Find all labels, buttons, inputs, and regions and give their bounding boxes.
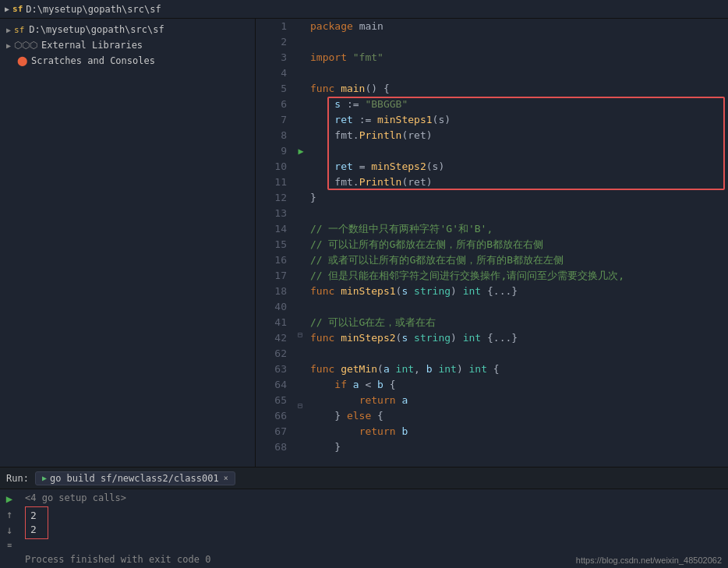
tree-expand-icon: ▶ bbox=[6, 26, 11, 34]
code-line-41: // 可以让G在左，或者在右 bbox=[310, 315, 728, 330]
code-line-6: s := "BBGGB" bbox=[310, 97, 728, 112]
code-line-1: package main bbox=[310, 19, 728, 34]
code-line-13 bbox=[310, 206, 728, 221]
code-line-14: // 一个数组中只有两种字符'G'和'B', bbox=[310, 221, 728, 237]
run-content: ▶ ↑ ↓ ≡ <4 go setup calls> 2 2 Process f… bbox=[0, 489, 728, 568]
top-bar: ▶ sf D:\mysetup\gopath\src\sf bbox=[0, 0, 728, 19]
expand-arrow[interactable]: ▶ bbox=[5, 5, 9, 13]
sf-icon: sf bbox=[14, 25, 24, 35]
run-sidebar: ▶ ↑ ↓ ≡ bbox=[0, 489, 19, 568]
code-content[interactable]: package main import "fmt" func main() { … bbox=[307, 19, 728, 467]
ext-lib-icon: ⬡⬡⬡ bbox=[14, 40, 37, 51]
code-line-4 bbox=[310, 65, 728, 81]
folder-path: D:\mysetup\gopath\src\sf bbox=[26, 4, 161, 15]
code-line-16: // 或者可以让所有的G都放在右侧，所有的B都放在左侧 bbox=[310, 252, 728, 268]
ext-expand-icon: ▶ bbox=[6, 41, 11, 50]
code-line-3: import "fmt" bbox=[310, 50, 728, 65]
code-line-68: } bbox=[310, 439, 728, 455]
code-line-11: fmt.Println(ret) bbox=[310, 175, 728, 190]
scratches-label: Scratches and Consoles bbox=[31, 55, 155, 66]
run-down-button[interactable]: ↓ bbox=[6, 524, 12, 536]
run-tabs: Run: ▶ go build sf/newclass2/class001 × bbox=[0, 467, 728, 489]
code-line-5: func main() { bbox=[310, 81, 728, 97]
main-layout: ▶ sf D:\mysetup\gopath\src\sf ▶ ⬡⬡⬡ Exte… bbox=[0, 19, 728, 467]
run-menu-button[interactable]: ≡ bbox=[7, 539, 12, 552]
code-line-40 bbox=[310, 299, 728, 315]
code-line-9 bbox=[310, 143, 728, 159]
run-main-button[interactable]: ▶ bbox=[298, 143, 303, 159]
go-icon: ▶ bbox=[42, 474, 47, 482]
process-message: Process finished with exit code 0 bbox=[25, 554, 210, 565]
code-line-42: func minSteps2(s string) int {...} bbox=[310, 330, 728, 346]
run-command: <4 go setup calls> bbox=[25, 492, 722, 503]
fold-17[interactable]: ⊟ bbox=[298, 330, 302, 339]
code-line-12: } bbox=[310, 190, 728, 206]
folder-icon: sf bbox=[12, 4, 23, 14]
run-up-button[interactable]: ↑ bbox=[6, 508, 12, 520]
code-line-64: if a < b { bbox=[310, 377, 728, 393]
sidebar-item-scratches[interactable]: ⬤ Scratches and Consoles bbox=[0, 53, 255, 69]
code-line-63: func getMin(a int, b int) int { bbox=[310, 362, 728, 377]
sidebar-item-sf[interactable]: ▶ sf D:\mysetup\gopath\src\sf bbox=[0, 22, 255, 37]
run-tab-label: go build sf/newclass2/class001 bbox=[50, 473, 219, 484]
blog-url: https://blog.csdn.net/weixin_48502062 bbox=[576, 556, 722, 565]
code-line-8: fmt.Println(ret) bbox=[310, 128, 728, 143]
run-tab-close[interactable]: × bbox=[224, 474, 228, 482]
code-area: 1 2 3 4 5 6 7 8 9 10 11 12 13 14 15 16 1… bbox=[256, 19, 728, 467]
code-line-17: // 但是只能在相邻字符之间进行交换操作,请问问至少需要交换几次, bbox=[310, 268, 728, 284]
code-line-67: return b bbox=[310, 424, 728, 439]
output-box: 2 2 bbox=[25, 506, 48, 539]
run-arrow-col: ▶ ⊟ ⊟ bbox=[295, 19, 307, 467]
sidebar-sf-label: D:\mysetup\gopath\src\sf bbox=[29, 24, 164, 35]
code-line-66: } else { bbox=[310, 408, 728, 424]
line-numbers: 1 2 3 4 5 6 7 8 9 10 11 12 13 14 15 16 1… bbox=[256, 19, 295, 467]
bottom-panel: Run: ▶ go build sf/newclass2/class001 × … bbox=[0, 467, 728, 568]
output-line-1: 2 bbox=[30, 509, 43, 523]
run-output: <4 go setup calls> 2 2 Process finished … bbox=[19, 489, 728, 568]
fold-63[interactable]: ⊟ bbox=[298, 401, 302, 410]
output-line-2: 2 bbox=[30, 523, 43, 537]
scratches-icon: ⬤ bbox=[17, 55, 27, 66]
editor-panel: 1 2 3 4 5 6 7 8 9 10 11 12 13 14 15 16 1… bbox=[256, 19, 728, 467]
sidebar: ▶ sf D:\mysetup\gopath\src\sf ▶ ⬡⬡⬡ Exte… bbox=[0, 19, 256, 467]
code-line-2 bbox=[310, 34, 728, 50]
run-play-button[interactable]: ▶ bbox=[6, 492, 12, 505]
code-line-10: ret = minSteps2(s) bbox=[310, 159, 728, 175]
code-line-65: return a bbox=[310, 393, 728, 408]
sidebar-item-ext-libraries[interactable]: ▶ ⬡⬡⬡ External Libraries bbox=[0, 37, 255, 53]
run-tab[interactable]: ▶ go build sf/newclass2/class001 × bbox=[35, 471, 235, 485]
run-label: Run: bbox=[6, 473, 29, 484]
code-line-7: ret := minSteps1(s) bbox=[310, 112, 728, 128]
ext-lib-label: External Libraries bbox=[41, 40, 143, 51]
code-line-62 bbox=[310, 346, 728, 362]
code-line-18: func minSteps1(s string) int {...} bbox=[310, 284, 728, 299]
code-line-15: // 可以让所有的G都放在左侧，所有的B都放在右侧 bbox=[310, 237, 728, 252]
